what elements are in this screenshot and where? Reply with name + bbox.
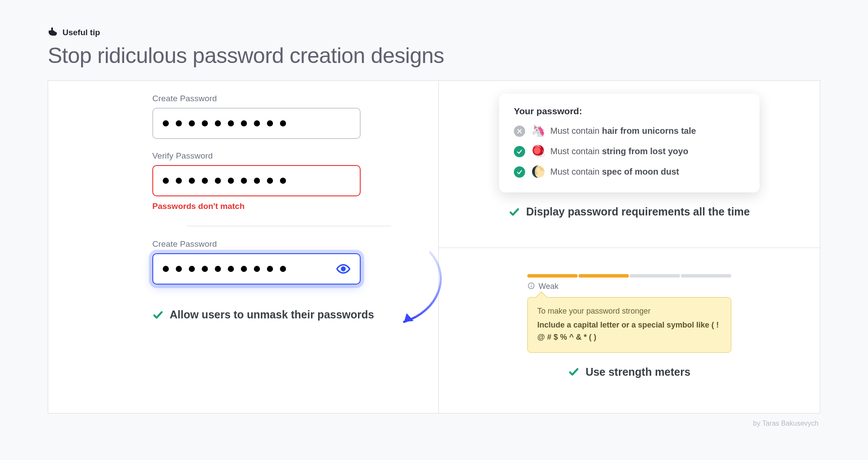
caption-text: Display password requirements all the ti… [526, 205, 750, 218]
illustration-board: Create Password Verify Password Password… [48, 80, 820, 414]
password-dots [163, 120, 286, 126]
create-password-label-2: Create Password [152, 239, 361, 249]
eye-icon[interactable] [336, 262, 350, 276]
create-password-field-active[interactable] [152, 253, 361, 285]
requirement-item: 🪀Must contain string from lost yoyo [514, 145, 745, 158]
password-mismatch-error: Passwords don't match [152, 202, 361, 211]
svg-point-0 [342, 267, 345, 271]
tooltip-title: To make your password stronger [537, 305, 721, 318]
requirement-text: Must contain string from lost yoyo [550, 146, 688, 156]
requirement-emoji: 🌔 [531, 165, 544, 179]
panel-unmask-caption: Allow users to unmask their passwords [152, 308, 374, 321]
requirement-item: 🌔Must contain spec of moon dust [514, 165, 745, 179]
create-password-field[interactable] [152, 108, 361, 139]
strength-label: Weak [527, 282, 731, 291]
info-icon [527, 282, 535, 290]
tooltip-body: Include a capital letter or a special sy… [537, 321, 719, 341]
requirement-text: Must contain spec of moon dust [550, 167, 679, 177]
requirement-emoji: 🦄 [531, 124, 544, 138]
strength-segment [527, 274, 578, 278]
caption-text: Use strength meters [585, 366, 690, 378]
requirement-emoji: 🪀 [531, 145, 544, 158]
strength-tooltip: To make your password stronger Include a… [527, 297, 731, 353]
x-circle-icon [514, 126, 525, 137]
requirements-list: 🦄Must contain hair from unicorns tale🪀Mu… [514, 124, 745, 179]
strength-segment [681, 274, 731, 278]
requirement-text: Must contain hair from unicorns tale [550, 126, 696, 136]
panel-strength: Weak To make your password stronger Incl… [439, 248, 820, 413]
password-dots [163, 178, 286, 184]
caption-text: Allow users to unmask their passwords [170, 308, 374, 321]
svg-point-5 [531, 284, 532, 285]
check-icon [509, 206, 520, 218]
pointing-hand-icon [48, 26, 58, 39]
check-circle-icon [514, 146, 525, 157]
tip-kicker-text: Useful tip [62, 28, 100, 37]
divider [187, 226, 391, 226]
panel-requirements-caption: Display password requirements all the ti… [509, 205, 750, 218]
panel-unmask: Create Password Verify Password Password… [48, 81, 439, 413]
byline: by Taras Bakusevych [48, 420, 820, 427]
requirements-heading: Your password: [514, 106, 745, 116]
panel-strength-caption: Use strength meters [568, 366, 690, 378]
check-icon [568, 366, 579, 377]
password-dots [163, 266, 286, 272]
strength-meter [527, 274, 731, 278]
panel-requirements: Your password: 🦄Must contain hair from u… [439, 81, 820, 248]
create-password-label: Create Password [152, 94, 361, 103]
verify-password-label: Verify Password [152, 151, 361, 161]
requirement-item: 🦄Must contain hair from unicorns tale [514, 124, 745, 138]
tip-kicker: Useful tip [48, 26, 820, 39]
verify-password-field[interactable] [152, 165, 361, 196]
check-circle-icon [514, 166, 525, 178]
requirements-card: Your password: 🦄Must contain hair from u… [499, 94, 760, 192]
strength-segment [579, 274, 629, 278]
page-title: Stop ridiculous password creation design… [48, 43, 820, 68]
strength-segment [630, 274, 680, 278]
strength-label-text: Weak [539, 282, 559, 291]
check-icon [152, 309, 164, 321]
